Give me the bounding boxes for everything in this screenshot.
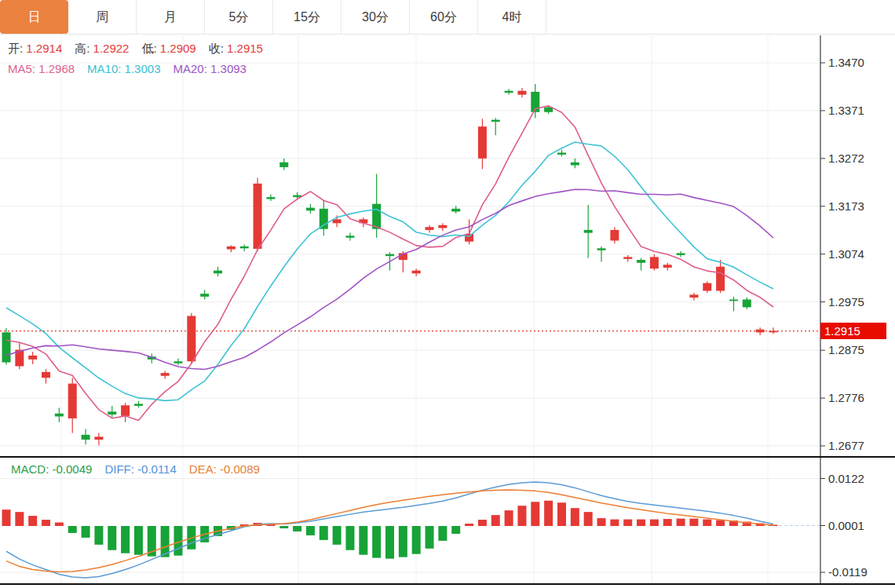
timeframe-tabbar: 日周月5分15分30分60分4时	[0, 0, 895, 35]
candle-body	[227, 247, 236, 250]
axis-label: 0.0122	[828, 472, 864, 485]
macd-histogram-bar	[306, 526, 315, 535]
candle-body	[161, 373, 170, 376]
legend-item: 收: 1.2915	[209, 42, 263, 55]
candle-body	[505, 91, 513, 93]
candle-body	[94, 436, 103, 440]
tab-timeframe-5[interactable]: 30分	[342, 0, 410, 34]
candle-body	[716, 267, 725, 291]
candle-body	[703, 283, 711, 291]
ma-legend: MA5: 1.2968MA10: 1.3003MA20: 1.3093	[8, 62, 259, 75]
candle-body	[200, 294, 209, 297]
macd-histogram-bar	[557, 502, 566, 526]
macd-histogram-bar	[610, 520, 619, 526]
axis-label: 1.3173	[828, 199, 864, 213]
candle-body	[385, 254, 394, 256]
candle-body	[279, 163, 288, 167]
axis-label: 1.3371	[828, 104, 864, 117]
candle-body	[743, 300, 751, 308]
candle-body	[187, 316, 195, 361]
macd-histogram-bar	[637, 520, 645, 526]
legend-item: 开: 1.2914	[8, 42, 62, 55]
macd-histogram-bar	[320, 526, 328, 540]
macd-histogram-bar	[531, 502, 539, 526]
tab-timeframe-3[interactable]: 5分	[205, 0, 273, 34]
macd-histogram-bar	[491, 515, 500, 526]
macd-histogram-bar	[650, 520, 659, 526]
macd-histogram-bar	[584, 512, 593, 526]
candle-body	[689, 294, 698, 298]
macd-histogram-bar	[333, 526, 342, 545]
candle-body	[426, 227, 434, 230]
macd-legend: MACD: -0.0049DIFF: -0.0114DEA: -0.0089	[11, 462, 272, 476]
candle-body	[557, 152, 566, 154]
macd-histogram-bar	[623, 520, 632, 526]
candle-body	[663, 265, 672, 268]
macd-histogram-bar	[677, 519, 685, 526]
candle-body	[214, 271, 222, 274]
candle-body	[306, 208, 315, 211]
legend-item: 低: 1.2909	[141, 42, 195, 55]
macd-histogram-bar	[465, 524, 473, 526]
legend-item: MA10: 1.3003	[87, 62, 160, 75]
tab-timeframe-6[interactable]: 60分	[410, 0, 478, 34]
tab-timeframe-7[interactable]: 4时	[478, 0, 546, 34]
candle-body	[2, 332, 11, 362]
legend-item: DEA: -0.0089	[189, 462, 260, 476]
candle-body	[266, 197, 275, 199]
legend-item: DIFF: -0.0114	[104, 462, 176, 476]
macd-histogram-bar	[663, 519, 672, 526]
candle-body	[254, 184, 262, 249]
candle-body	[108, 411, 116, 415]
candle-body	[372, 204, 381, 229]
candlestick-chart[interactable]: 1.34701.33711.32721.31731.30741.29751.28…	[0, 0, 895, 588]
candle-body	[677, 253, 685, 254]
candle-body	[491, 120, 500, 122]
candle-body	[637, 260, 645, 263]
axis-label: 1.3272	[828, 152, 864, 165]
last-price-value: 1.2915	[824, 324, 860, 338]
candle-body	[55, 414, 64, 417]
candle-body	[729, 300, 738, 301]
ma10-line	[6, 142, 773, 400]
axis-label: 1.2677	[828, 439, 864, 452]
axis-label: 1.2776	[828, 391, 864, 404]
macd-histogram-bar	[372, 526, 381, 558]
macd-histogram-bar	[2, 509, 11, 526]
macd-histogram-bar	[28, 516, 37, 526]
candle-body	[769, 331, 778, 333]
candle-body	[68, 384, 77, 418]
candle-body	[451, 209, 460, 212]
tab-timeframe-0[interactable]: 日	[0, 0, 68, 34]
candle-body	[650, 257, 659, 268]
candle-body	[174, 361, 182, 363]
candle-body	[28, 356, 37, 360]
candle-body	[438, 225, 447, 228]
macd-histogram-bar	[82, 526, 90, 538]
candle-body	[571, 163, 579, 166]
macd-histogram-bar	[279, 526, 288, 528]
macd-histogram-bar	[505, 510, 513, 526]
axis-label: 1.2875	[828, 343, 864, 356]
macd-histogram-bar	[399, 526, 407, 557]
legend-item: MA20: 1.3093	[174, 62, 247, 75]
tab-timeframe-4[interactable]: 15分	[273, 0, 342, 34]
candle-body	[584, 230, 593, 233]
axis-label: 1.3470	[828, 56, 864, 69]
macd-histogram-bar	[517, 506, 526, 526]
macd-histogram-bar	[703, 520, 711, 526]
candle-body	[345, 236, 354, 237]
ohlc-legend: 开: 1.2914高: 1.2922低: 1.2909收: 1.2915	[8, 42, 276, 57]
candle-body	[320, 209, 328, 229]
macd-histogram-bar	[571, 508, 579, 526]
axis-label: 1.2975	[828, 295, 864, 309]
tab-timeframe-2[interactable]: 月	[137, 0, 205, 34]
candle-body	[517, 91, 526, 95]
last-price-tag: 1.2915	[820, 323, 886, 339]
tab-timeframe-1[interactable]: 周	[68, 0, 137, 34]
candle-body	[121, 405, 130, 416]
axis-label: 0.0001	[828, 519, 864, 532]
candle-body	[597, 248, 606, 250]
candle-body	[610, 230, 619, 241]
macd-histogram-bar	[385, 526, 394, 559]
